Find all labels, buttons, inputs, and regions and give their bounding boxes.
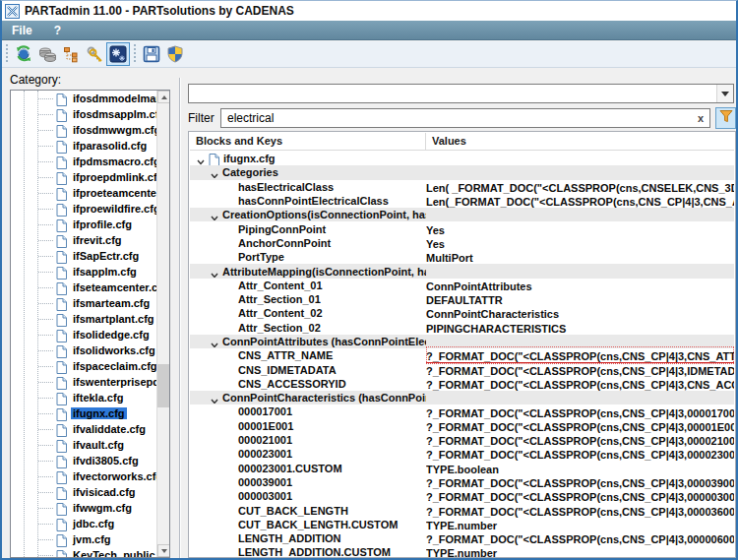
context-combobox[interactable] (188, 84, 734, 103)
panel-splitter[interactable] (179, 78, 181, 558)
sidebar-item[interactable]: ifparasolid.cfg (11, 138, 156, 154)
filter-row: Filter electrical x (188, 107, 736, 129)
sidebar-item[interactable]: ifosdmmodelmana (11, 91, 156, 106)
menu-help[interactable]: ? (54, 24, 61, 37)
key-cell: hasElectricalClass (190, 181, 426, 193)
table-row[interactable]: hasConnPointElectricalClass Len(_FORMAT_… (190, 194, 734, 208)
tree-connector (38, 335, 53, 336)
file-icon (56, 218, 67, 231)
sidebar-item[interactable]: ifosdmsapplm.cfg (11, 106, 156, 122)
tree-connector (38, 413, 53, 414)
file-icon (56, 266, 67, 279)
table-row[interactable]: ifugnx.cfg (190, 152, 734, 165)
chevron-down-icon[interactable] (210, 337, 219, 346)
chevron-down-icon[interactable] (210, 167, 219, 177)
tree-connector (38, 146, 53, 147)
tree-scrollbar[interactable] (156, 91, 169, 557)
sidebar-item[interactable]: ifvisicad.cfg (11, 484, 156, 500)
sidebar-item[interactable]: ifproewildfire.cfg (11, 201, 156, 217)
sidebar-item[interactable]: ifosdmwwgm.cfg (11, 122, 156, 138)
tree-connector (38, 555, 53, 556)
save-button[interactable] (140, 42, 163, 66)
sidebar-item[interactable]: ifprofile.cfg (11, 217, 156, 232)
hierarchy-button[interactable] (59, 42, 83, 66)
file-icon (56, 203, 67, 216)
sidebar-item[interactable]: ifproeteamcenter.cf (11, 185, 156, 201)
sidebar-item[interactable]: ifswenterprisepdm. (11, 374, 156, 390)
category-tree-panel: ifosdmmodelmana ifosdmsapplm.cfg ifosdmw… (10, 90, 170, 558)
key-cell: LENGTH_ADDITION (190, 532, 426, 544)
sidebar-item[interactable]: ifseteamcenter.cfg (11, 280, 156, 295)
key-cell: Attr_Content_02 (190, 307, 426, 319)
file-icon (56, 407, 67, 420)
sidebar-item[interactable]: ifvaliddate.cfg (11, 421, 156, 437)
filter-input[interactable]: electrical x (220, 108, 710, 128)
sidebar-item[interactable]: ifvdi3805.cfg (11, 453, 156, 468)
combobox-dropdown-button[interactable] (716, 85, 733, 102)
tree-connector (38, 114, 53, 115)
toolbar-grip[interactable] (4, 44, 9, 64)
key-cell: PortType (190, 251, 426, 263)
chevron-down-icon[interactable] (210, 393, 219, 403)
key-cell: Attr_Section_01 (190, 293, 426, 305)
table-header: Blocks and Keys Values (190, 133, 734, 151)
configuration-files-button[interactable] (106, 42, 130, 66)
chevron-down-icon[interactable] (210, 210, 219, 219)
file-icon (209, 153, 219, 165)
sidebar-item[interactable]: ifpdmsmacro.cfg (11, 154, 156, 169)
sidebar-item[interactable]: ifvault.cfg (11, 437, 156, 453)
sidebar-item[interactable]: ifsmartplant.cfg (11, 311, 156, 327)
table-row[interactable]: CNS_ACCESSORYID ?_FORMAT_DOC("<CLASSPROP… (190, 377, 734, 391)
file-icon (56, 549, 67, 558)
scrollbar-thumb[interactable] (157, 364, 170, 407)
keys-button[interactable] (83, 42, 106, 66)
sidebar-item[interactable]: jdbc.cfg (11, 516, 156, 531)
sidebar-item[interactable]: ifsmarteam.cfg (11, 295, 156, 311)
window-title: PARTadmin 11.00 - PARTsolutions by CADEN… (25, 4, 294, 18)
sidebar-item[interactable]: ifSapEctr.cfg (11, 248, 156, 264)
key-cell: Categories (190, 166, 426, 178)
sidebar-item[interactable]: KeyTech_public_api (11, 547, 156, 557)
menu-file[interactable]: File (12, 24, 32, 37)
sidebar-item[interactable]: ifugnx.cfg (11, 405, 156, 421)
sidebar-item[interactable]: iftekla.cfg (11, 390, 156, 405)
key-cell: PipingConnPoint (190, 223, 426, 235)
table-row[interactable]: Attr_Section_02 PIPINGCHARACTERISTICS (190, 321, 734, 335)
sidebar-item[interactable]: ifsapplm.cfg (11, 264, 156, 280)
synchronize-button[interactable] (35, 42, 59, 66)
sidebar-item[interactable]: ifvectorworks.cfg (11, 468, 156, 484)
key-cell: CreationOptions(isConnectionPoint, hasCo… (190, 209, 426, 220)
table-row[interactable]: LENGTH_ADDITION.CUSTOM TYPE.number (190, 545, 734, 557)
tree-connector (38, 240, 53, 241)
sidebar-item[interactable]: ifspaceclaim.cfg (11, 358, 156, 374)
refresh-button[interactable] (12, 42, 35, 66)
admin-shield-button[interactable] (163, 42, 187, 66)
tree-connector (38, 492, 53, 493)
tree-connector (38, 209, 53, 210)
triangle-down-icon (161, 549, 167, 553)
toolbar-grip-2[interactable] (132, 44, 137, 64)
sidebar-item[interactable]: ifproepdmlink.cfg (11, 169, 156, 185)
apply-filter-button[interactable] (715, 107, 736, 129)
key-cell: AnchorConnPoint (190, 237, 426, 249)
table-body: ifugnx.cfg Categories (190, 152, 734, 557)
sidebar-item[interactable]: ifrevit.cfg (11, 232, 156, 248)
tree-connector (38, 224, 53, 225)
chevron-down-icon[interactable] (210, 267, 219, 277)
chevron-down-icon[interactable] (196, 154, 206, 163)
tree-connector (38, 524, 53, 525)
scroll-up-button[interactable] (157, 91, 170, 103)
tree-connector (38, 272, 53, 273)
file-icon (56, 486, 67, 499)
sidebar-item[interactable]: ifsolidworks.cfg (11, 342, 156, 358)
file-icon (56, 281, 67, 294)
sidebar-item[interactable]: ifsolidedge.cfg (11, 327, 156, 342)
table-row[interactable]: PortType MultiPort (190, 250, 734, 264)
tree-connector (38, 287, 53, 288)
key-cell: ConnPointAttributes (hasConnPointElectri… (190, 336, 426, 347)
clear-filter-icon[interactable]: x (692, 112, 709, 124)
sidebar-item[interactable]: ifwwgm.cfg (11, 500, 156, 516)
sidebar-item[interactable]: jvm.cfg (11, 531, 156, 547)
scroll-down-button[interactable] (157, 544, 170, 557)
file-icon (56, 502, 67, 515)
